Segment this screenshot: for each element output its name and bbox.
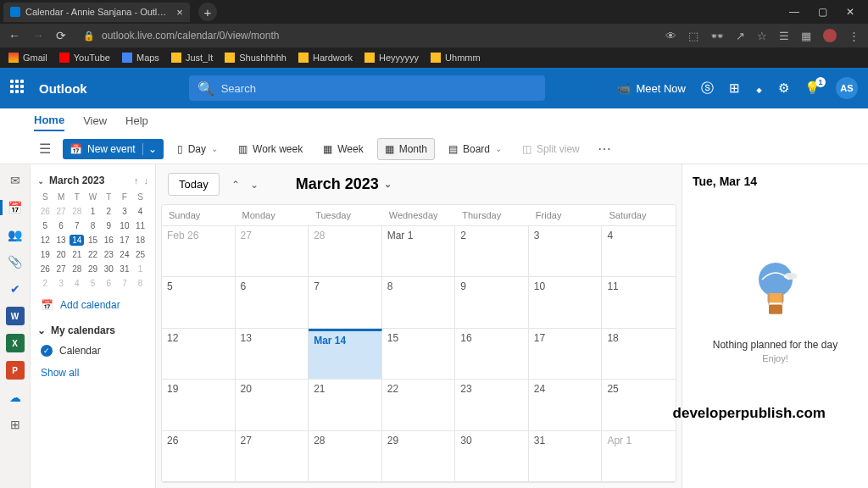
mini-day[interactable]: 10: [117, 219, 133, 233]
powerpoint-icon[interactable]: P: [6, 361, 25, 380]
close-tab-icon[interactable]: ×: [176, 6, 183, 19]
add-calendar-button[interactable]: 📅 Add calendar: [37, 291, 148, 319]
bookmark-folder-5[interactable]: Uhmmm: [431, 53, 481, 63]
calendar-day[interactable]: 30: [455, 431, 529, 481]
prev-month-icon[interactable]: ↑: [134, 175, 139, 186]
incognito-icon[interactable]: 👓: [710, 30, 724, 42]
calendar-day[interactable]: 9: [455, 277, 529, 327]
mini-day[interactable]: 12: [37, 233, 53, 247]
eye-icon[interactable]: 👁: [665, 30, 676, 42]
calendar-day[interactable]: Apr 1: [602, 431, 676, 481]
url-input[interactable]: 🔒 outlook.live.com/calendar/0/view/month: [76, 30, 655, 42]
mini-day[interactable]: 25: [132, 247, 148, 262]
calendar-day[interactable]: 28: [309, 226, 382, 276]
my-calendars-toggle[interactable]: ⌄ My calendars: [37, 319, 148, 341]
outlook-premium-icon[interactable]: ⬥: [755, 81, 763, 96]
calendar-day[interactable]: 5: [162, 277, 236, 327]
mini-day[interactable]: 22: [85, 247, 101, 262]
browser-tab[interactable]: Calendar - Annie Sanjana - Outl… ×: [3, 3, 190, 22]
mini-day[interactable]: 13: [53, 233, 70, 247]
cast-icon[interactable]: ⬚: [688, 30, 698, 42]
calendar-day[interactable]: 6: [236, 277, 309, 327]
maximize-icon[interactable]: ▢: [818, 6, 827, 18]
mini-day[interactable]: 20: [53, 247, 70, 262]
next-month-icon[interactable]: ↓: [144, 175, 149, 186]
mini-day[interactable]: 23: [101, 247, 117, 262]
calendar-day[interactable]: 26: [162, 431, 236, 481]
calendar-day[interactable]: 8: [382, 277, 456, 327]
mini-day[interactable]: 26: [37, 262, 53, 276]
mini-day[interactable]: 2: [101, 204, 117, 219]
mini-day[interactable]: 6: [101, 276, 117, 291]
bookmark-folder-3[interactable]: Hardwork: [298, 53, 353, 63]
tab-view[interactable]: View: [83, 111, 107, 130]
calendar-day[interactable]: 23: [455, 380, 529, 430]
calendar-day[interactable]: 18: [602, 329, 676, 379]
mini-day[interactable]: 17: [117, 233, 133, 247]
mini-day[interactable]: 16: [101, 233, 117, 247]
back-icon[interactable]: ←: [8, 29, 20, 42]
calendar-day[interactable]: 2: [455, 226, 529, 276]
mini-day[interactable]: 5: [37, 219, 53, 233]
mini-day[interactable]: 26: [37, 204, 53, 219]
teams-icon[interactable]: ⊞: [729, 80, 740, 96]
calendar-day[interactable]: 31: [529, 431, 603, 481]
calendar-day[interactable]: 27: [236, 431, 309, 481]
mini-day[interactable]: 18: [132, 233, 148, 247]
excel-icon[interactable]: X: [6, 334, 25, 352]
mini-day[interactable]: 1: [132, 262, 148, 276]
calendar-day[interactable]: 11: [602, 277, 676, 327]
settings-icon[interactable]: ⚙: [778, 80, 789, 96]
calendar-day[interactable]: Feb 26: [162, 226, 236, 276]
calendar-day[interactable]: 12: [162, 329, 236, 379]
mail-icon[interactable]: ✉: [6, 171, 25, 190]
calendar-day[interactable]: 15: [382, 329, 456, 379]
mini-day[interactable]: 27: [53, 204, 70, 219]
forward-icon[interactable]: →: [32, 29, 44, 42]
mini-cal-header[interactable]: ⌄ March 2023 ↑↓: [37, 171, 148, 190]
calendar-day[interactable]: 20: [236, 380, 309, 430]
mini-day[interactable]: 19: [37, 247, 53, 262]
search-input[interactable]: [221, 82, 537, 95]
board-view-button[interactable]: ▤Board⌄: [442, 139, 509, 159]
new-event-button[interactable]: 📅 New event ⌄: [63, 139, 164, 159]
more-icon[interactable]: ⋯: [593, 138, 615, 160]
calendar-day[interactable]: Mar 14: [309, 329, 382, 379]
bookmark-gmail[interactable]: Gmail: [8, 53, 47, 63]
tab-home[interactable]: Home: [34, 110, 64, 131]
more-apps-icon[interactable]: ⊞: [6, 415, 25, 434]
mini-day[interactable]: 6: [53, 219, 70, 233]
mini-day[interactable]: 28: [69, 204, 85, 219]
prev-icon[interactable]: ⌃: [228, 175, 243, 194]
calendar-day[interactable]: 21: [309, 380, 382, 430]
calendar-day[interactable]: 29: [382, 431, 456, 481]
mini-day[interactable]: 2: [37, 276, 53, 291]
mini-day[interactable]: 27: [53, 262, 70, 276]
show-all-button[interactable]: Show all: [37, 360, 148, 385]
mini-day[interactable]: 14: [69, 233, 85, 247]
next-icon[interactable]: ⌄: [247, 175, 262, 194]
calendar-icon[interactable]: 📅: [6, 198, 25, 217]
tips-icon[interactable]: 💡: [804, 80, 821, 96]
app-launcher-icon[interactable]: [10, 80, 27, 97]
mini-day[interactable]: 7: [69, 219, 85, 233]
mini-day[interactable]: 4: [132, 204, 148, 219]
mini-day[interactable]: 29: [85, 262, 101, 276]
user-avatar[interactable]: AS: [836, 77, 858, 99]
calendar-title[interactable]: March 2023 ⌄: [296, 175, 392, 193]
day-view-button[interactable]: ▯Day⌄: [170, 139, 225, 159]
calendar-day[interactable]: 25: [602, 380, 676, 430]
month-view-button[interactable]: ▦Month: [377, 138, 435, 160]
browser-avatar[interactable]: [823, 29, 837, 42]
calendar-day[interactable]: 22: [382, 380, 456, 430]
calendar-day[interactable]: 10: [529, 277, 603, 327]
calendar-day[interactable]: 27: [236, 226, 309, 276]
bookmark-folder-2[interactable]: Shushhhhh: [225, 53, 287, 63]
calendar-day[interactable]: 17: [529, 329, 603, 379]
mini-day[interactable]: 1: [85, 204, 101, 219]
bookmark-youtube[interactable]: YouTube: [59, 53, 110, 63]
calendar-day[interactable]: 16: [455, 329, 529, 379]
calendar-day[interactable]: 19: [162, 380, 236, 430]
bookmark-folder-4[interactable]: Heyyyyyy: [364, 53, 419, 63]
share-icon[interactable]: ↗: [736, 30, 745, 42]
